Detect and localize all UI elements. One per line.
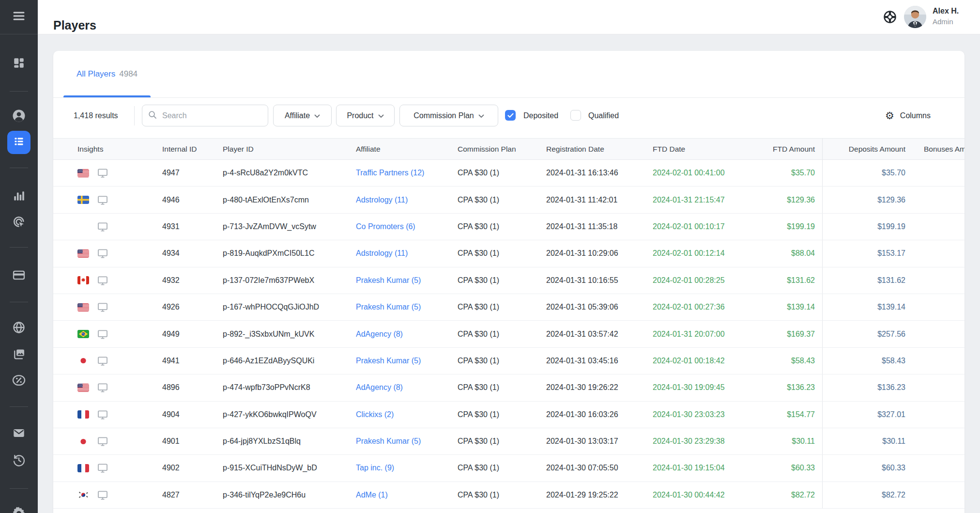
affiliate-link[interactable]: Prakesh Kumar (5) — [356, 303, 421, 311]
table-row[interactable]: 4926 p-167-whPHOCQqGJiOJhD Prakesh Kumar… — [53, 294, 965, 321]
affiliate-dropdown[interactable]: Affiliate — [273, 105, 332, 126]
affiliate-link[interactable]: Tap inc. (9) — [356, 464, 394, 472]
sidebar-item-payments[interactable] — [0, 267, 38, 283]
sidebar-item-reports[interactable] — [0, 187, 38, 204]
monitor-icon[interactable] — [97, 301, 108, 313]
sidebar-item-tracking[interactable] — [0, 214, 38, 230]
monitor-icon[interactable] — [97, 355, 108, 367]
affiliate-link[interactable]: AdAgency (8) — [356, 330, 403, 339]
affiliate-cell: Prakesh Kumar (5) — [356, 267, 458, 294]
deposited-label[interactable]: Deposited — [523, 105, 558, 126]
table-row[interactable]: 4949 p-892-_i3SxbxUNm_kUVK AdAgency (8) … — [53, 321, 965, 347]
help-button[interactable] — [883, 10, 897, 24]
sidebar-item-activity-log[interactable] — [0, 452, 38, 468]
deposited-checkbox[interactable] — [505, 110, 516, 121]
table-row[interactable]: 4827 p-346-tilYqP2eJe9CH6u AdMe (1) CPA … — [53, 482, 965, 509]
monitor-icon[interactable] — [97, 462, 108, 474]
user-name: Alex H. — [933, 5, 959, 16]
internal-id-cell: 4931 — [162, 214, 223, 240]
affiliate-link[interactable]: Prakesh Kumar (5) — [356, 357, 421, 365]
affiliate-dropdown-label: Affiliate — [285, 111, 310, 120]
affiliate-link[interactable]: Prakesh Kumar (5) — [356, 437, 421, 446]
sidebar-item-dashboard[interactable] — [0, 55, 38, 71]
sidebar-item-players-active[interactable] — [7, 131, 31, 154]
affiliate-link[interactable]: Traffic Partners (12) — [356, 169, 424, 177]
table-row-partial[interactable] — [53, 509, 965, 513]
jp-flag-icon — [77, 357, 89, 365]
deposits-amount-cell: $131.62 — [822, 267, 915, 294]
ftd-amount-cell: $129.36 — [769, 187, 822, 213]
user-avatar[interactable] — [904, 6, 926, 28]
search-input[interactable] — [161, 111, 262, 121]
table-row[interactable]: 4931 p-713-JvZAmDVW_vcSytw Co Promoters … — [53, 214, 965, 240]
monitor-icon[interactable] — [97, 435, 108, 447]
table-row[interactable]: 4904 p-427-ykKO6bwkqIPWoQV Clickixs (2) … — [53, 402, 965, 428]
table-row[interactable]: 4946 p-480-tAExlOtEnXs7cmn Adstrology (1… — [53, 187, 965, 213]
ftd-date-cell: 2024-02-01 00:27:36 — [653, 294, 769, 320]
fr-flag-icon — [77, 410, 89, 419]
affiliate-cell: Adstrology (11) — [356, 187, 458, 213]
qualified-label[interactable]: Qualified — [588, 105, 619, 126]
search-box[interactable] — [142, 105, 268, 126]
bonuses-amount-cell — [915, 294, 965, 320]
monitor-icon[interactable] — [97, 382, 108, 393]
click-tracking-icon — [12, 215, 26, 229]
sidebar-item-accounts[interactable] — [0, 108, 38, 124]
ftd-amount-cell: $60.33 — [769, 455, 822, 481]
commission-plan-dropdown[interactable]: Commission Plan — [399, 105, 498, 126]
affiliate-link[interactable]: Co Promoters (6) — [356, 222, 415, 231]
sidebar-item-messages[interactable] — [0, 425, 38, 441]
sidebar-item-settings[interactable] — [0, 505, 38, 513]
affiliate-cell: AdMe (1) — [356, 482, 458, 508]
monitor-icon[interactable] — [97, 167, 108, 179]
sidebar-divider — [10, 488, 28, 489]
table-row[interactable]: 4902 p-915-XCuiTHdNsDyW_bD Tap inc. (9) … — [53, 455, 965, 482]
monitor-icon[interactable] — [97, 409, 108, 420]
monitor-icon[interactable] — [97, 275, 108, 286]
commission-plan-cell: CPA $30 (1) — [458, 187, 546, 213]
affiliate-link[interactable]: Adstrology (11) — [356, 249, 408, 258]
user-meta[interactable]: Alex H. Admin — [933, 5, 959, 27]
affiliate-cell: AdAgency (8) — [356, 321, 458, 347]
monitor-icon[interactable] — [97, 248, 108, 259]
table-row[interactable]: 4896 p-474-wpfb73oPPvNcrK8 AdAgency (8) … — [53, 374, 965, 401]
affiliate-link[interactable]: Adstrology (11) — [356, 196, 408, 204]
table-row[interactable]: 4941 p-646-Az1EZdAByySQUKi Prakesh Kumar… — [53, 348, 965, 374]
table-row[interactable]: 4947 p-4-sRcU8a2Y2m0kVTC Traffic Partner… — [53, 160, 965, 187]
table-row[interactable]: 4932 p-137-072Ie7m637PWebX Prakesh Kumar… — [53, 267, 965, 294]
affiliate-cell: Traffic Partners (12) — [356, 160, 458, 186]
registration-date-cell: 2024-01-30 07:05:50 — [546, 455, 653, 481]
menu-button[interactable] — [0, 8, 38, 24]
sidebar-item-commissions[interactable] — [0, 372, 38, 389]
monitor-icon[interactable] — [97, 328, 108, 340]
product-dropdown[interactable]: Product — [336, 105, 395, 126]
monitor-icon[interactable] — [97, 194, 108, 206]
internal-id-cell: 4947 — [162, 160, 223, 186]
insights-cell — [53, 240, 162, 266]
sidebar-item-websites[interactable] — [0, 319, 38, 336]
se-flag-icon — [77, 196, 89, 204]
monitor-icon[interactable] — [97, 489, 108, 501]
monitor-icon[interactable] — [97, 221, 108, 233]
columns-button[interactable]: ⚙ Columns — [885, 105, 931, 126]
qualified-checkbox[interactable] — [570, 110, 581, 121]
player-id-cell: p-646-Az1EZdAByySQUKi — [223, 348, 356, 374]
affiliate-link[interactable]: Clickixs (2) — [356, 410, 394, 419]
tab-all-players[interactable]: All Players 4984 — [63, 51, 151, 97]
deposits-amount-cell: $58.43 — [822, 348, 915, 374]
registration-date-cell: 2024-01-31 11:35:18 — [546, 214, 653, 240]
credit-card-icon — [12, 268, 26, 282]
player-id-cell: p-713-JvZAmDVW_vcSytw — [223, 214, 356, 240]
sidebar-item-media[interactable] — [0, 346, 38, 362]
registration-date-cell: 2024-01-30 16:03:26 — [546, 402, 653, 428]
affiliate-link[interactable]: AdMe (1) — [356, 491, 388, 499]
deposits-amount-cell: $136.23 — [822, 374, 915, 401]
internal-id-cell: 4934 — [162, 240, 223, 266]
table-row[interactable]: 4934 p-819-AuqkdPXmCI50L1C Adstrology (1… — [53, 240, 965, 267]
internal-id-cell: 4949 — [162, 321, 223, 347]
affiliate-link[interactable]: AdAgency (8) — [356, 383, 403, 392]
table-row[interactable]: 4901 p-64-jpj8YXLbzS1qBlq Prakesh Kumar … — [53, 428, 965, 455]
affiliate-link[interactable]: Prakesh Kumar (5) — [356, 276, 421, 285]
user-role: Admin — [933, 16, 959, 27]
commission-plan-cell: CPA $30 (1) — [458, 214, 546, 240]
